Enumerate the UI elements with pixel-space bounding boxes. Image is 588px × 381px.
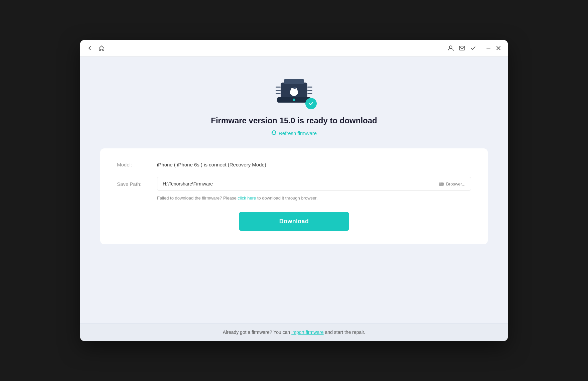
failed-notice: Failed to download the fiirmware? Please…: [157, 196, 471, 201]
save-path-input-wrapper: Broswer...: [157, 177, 471, 191]
titlebar-right: [447, 45, 501, 51]
footer-bar: Already got a firmware? You can import f…: [80, 323, 508, 341]
model-row: Model: iPhone ( iPhone 6s ) is connect (…: [117, 162, 471, 167]
import-firmware-link[interactable]: import firmware: [291, 330, 323, 335]
firmware-icon-wrapper: [274, 73, 314, 108]
svg-rect-12: [276, 93, 281, 94]
svg-rect-11: [276, 90, 281, 91]
check-badge: [305, 98, 317, 109]
svg-rect-3: [284, 79, 304, 84]
model-value: iPhone ( iPhone 6s ) is connect (Recover…: [157, 162, 266, 167]
close-button[interactable]: [496, 45, 501, 51]
info-card: Model: iPhone ( iPhone 6s ) is connect (…: [100, 148, 488, 244]
svg-point-0: [449, 46, 452, 48]
save-path-row: Save Path: Broswer...: [117, 177, 471, 191]
model-label: Model:: [117, 162, 157, 167]
svg-rect-15: [307, 93, 312, 94]
check-icon: [470, 45, 476, 51]
save-path-label: Save Path:: [117, 181, 157, 187]
svg-rect-1: [459, 46, 465, 50]
svg-rect-13: [307, 87, 312, 88]
back-button[interactable]: [87, 45, 93, 51]
minimize-button[interactable]: [486, 45, 491, 51]
mail-button[interactable]: [459, 45, 465, 51]
refresh-firmware-link[interactable]: Refresh firmware: [271, 130, 317, 136]
app-window: Firmware version 15.0 is ready to downlo…: [80, 40, 508, 341]
content-area: Firmware version 15.0 is ready to downlo…: [80, 56, 508, 323]
folder-icon: [439, 181, 444, 186]
svg-point-9: [293, 99, 295, 101]
home-button[interactable]: [98, 45, 105, 51]
svg-rect-17: [439, 182, 441, 183]
refresh-icon: [271, 130, 277, 136]
svg-rect-14: [307, 90, 312, 91]
download-button[interactable]: Download: [239, 212, 349, 231]
firmware-title: Firmware version 15.0 is ready to downlo…: [211, 116, 377, 125]
titlebar: [80, 40, 508, 56]
browse-button[interactable]: Broswer...: [433, 177, 471, 190]
save-path-input[interactable]: [157, 177, 433, 190]
user-button[interactable]: [447, 45, 454, 51]
svg-rect-10: [276, 87, 281, 88]
click-here-link[interactable]: click here: [238, 196, 256, 201]
titlebar-divider: [481, 45, 481, 51]
titlebar-left: [87, 45, 105, 51]
